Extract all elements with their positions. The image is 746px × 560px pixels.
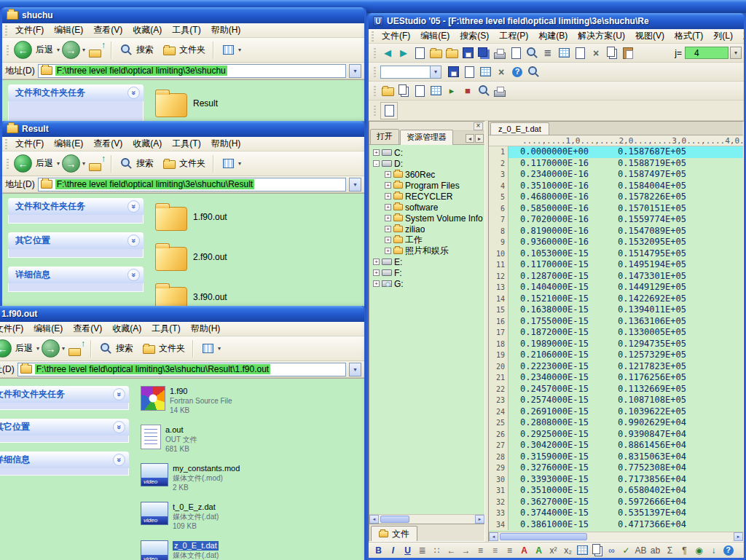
save-icon[interactable] [460,46,475,60]
editor-line[interactable]: 22 0.2457000E-150.1132669E+05 [489,384,743,395]
build-icon[interactable] [428,84,443,98]
editor-line[interactable]: 29 0.3276000E-150.7752308E+04 [489,462,743,474]
back-icon[interactable]: ◀ [380,46,395,60]
editor-line[interactable]: 26 0.2925000E-150.9390847E+04 [489,429,743,441]
function-list-icon[interactable] [478,65,492,79]
menu-item[interactable]: 搜索(S) [455,29,494,44]
toolbar-button[interactable] [382,103,396,118]
forward-button[interactable]: → [62,154,80,173]
close-icon[interactable]: × [474,122,483,130]
expand-toggle[interactable]: + [385,204,391,210]
tree-item[interactable]: + System Volume Info [369,213,484,224]
document-tab[interactable]: z_0_E_t.dat [490,122,549,135]
j-combo[interactable]: 4 [685,47,729,59]
menu-item[interactable]: 收藏(A) [107,322,146,336]
toolbar-grip[interactable] [374,86,376,96]
toolbar-grip[interactable] [5,25,7,36]
scrollbar-thumb[interactable] [500,533,587,540]
find-in-files-icon[interactable] [526,65,541,79]
address-dropdown[interactable]: ▾ [349,64,361,78]
tab-scroll-right-icon[interactable]: ▸ [475,134,484,143]
spellcheck-icon[interactable]: ✓ [619,543,633,557]
menu-item[interactable]: 文件(F) [10,23,49,38]
align-left-icon[interactable]: ≡ [474,543,487,557]
expand-toggle[interactable]: + [373,259,380,265]
indent-icon[interactable]: → [459,543,473,557]
menu-item[interactable]: 编辑(E) [49,137,88,151]
menu-item[interactable]: 编辑(E) [49,23,88,38]
toolbar-grip[interactable] [7,159,9,169]
toolbar-grip[interactable] [372,31,374,42]
forward-button[interactable]: → [42,339,60,358]
underline-icon[interactable]: U [401,543,415,557]
tree-item[interactable]: + F: [369,267,484,278]
table-icon[interactable] [576,543,589,557]
menu-item[interactable]: 收藏(A) [127,23,167,38]
expand-toggle[interactable]: - [373,160,380,167]
expand-toggle[interactable]: + [385,182,391,189]
forward-button[interactable]: → [62,41,80,59]
back-button[interactable]: ← 后退 ▾ [14,41,60,59]
file-item[interactable]: 1.f90 Fortran Source File 14 KB [141,386,257,419]
print-preview-icon[interactable] [509,46,523,60]
expand-toggle[interactable]: + [385,193,391,200]
tree-item[interactable]: + G: [369,278,484,289]
back-button[interactable]: ← 后退 ▾ [14,154,60,173]
menu-item[interactable]: 列(L) [708,29,738,44]
help-icon[interactable] [510,65,525,79]
lowercase-icon[interactable]: ab [648,543,662,557]
hyperlink-icon[interactable]: ∞ [605,543,619,557]
editor-line[interactable]: 16 0.1755000E-150.1363106E+05 [489,316,743,328]
collapse-chevron-icon[interactable] [113,454,125,466]
toolbar-grip[interactable] [374,67,376,77]
close-file-icon[interactable] [444,46,459,60]
editor-line[interactable]: 14 0.1521000E-150.1422692E+05 [489,293,743,305]
menu-item[interactable]: 工具(T) [146,322,185,336]
editor-line[interactable]: 2 0.1170000E-160.1588719E+05 [489,158,743,170]
up-button[interactable]: ↑ [87,154,106,173]
output-window-icon[interactable] [412,84,427,98]
views-button[interactable]: ▾ [218,42,244,59]
editor-line[interactable]: 9 0.9360000E-160.1532095E+05 [489,237,743,248]
paste-icon[interactable] [621,46,635,60]
collapse-chevron-icon[interactable] [113,388,125,401]
editor-line[interactable]: 19 0.2106000E-150.1257329E+05 [489,350,743,361]
align-center-icon[interactable]: ≡ [488,543,502,557]
bold-icon[interactable]: B [372,543,385,557]
forward-menu-arrow[interactable]: ▾ [82,47,85,53]
address-dropdown[interactable]: ▾ [349,178,361,192]
font-color-icon[interactable]: A [517,543,531,557]
editor-line[interactable]: 24 0.2691000E-150.1039622E+05 [489,406,743,418]
j-combo-arrow[interactable]: ▾ [730,47,742,59]
scrollbar-thumb[interactable] [380,516,409,523]
menu-item[interactable]: 编辑(E) [28,322,68,336]
quick-search-combo[interactable]: ▾ [380,66,441,79]
editor-line[interactable]: 8 0.8190000E-160.1547089E+05 [489,226,743,237]
grid-icon[interactable] [557,46,571,60]
editor-line[interactable]: 30 0.3393000E-150.7173856E+04 [489,474,743,486]
panel-hscrollbar[interactable]: ◂ ▸ [369,514,484,524]
menu-item[interactable]: 格式(T) [670,29,708,44]
paragraph-icon[interactable]: ¶ [678,543,691,557]
folders-button[interactable]: 文件夹 [138,340,188,358]
editor-line[interactable]: 12 0.1287000E-150.1473301E+05 [489,271,743,283]
editor-line[interactable]: 31 0.3510000E-150.6580402E+04 [489,485,743,497]
address-input[interactable]: F:\three level field\optical limiting\3e… [38,178,346,192]
toolbar-grip[interactable] [5,139,7,149]
image-icon[interactable] [590,543,604,557]
views-button[interactable]: ▾ [218,155,244,173]
editor-line[interactable]: 27 0.3042000E-150.8861456E+04 [489,440,743,451]
menu-item[interactable]: 查看(V) [68,322,107,336]
editor-line[interactable]: 13 0.1404000E-150.1449129E+05 [489,282,743,293]
expand-toggle[interactable]: + [373,149,380,156]
tasks-pane-header[interactable]: 文件和文件夹任务 [8,198,144,215]
scroll-right-icon[interactable]: ▸ [475,515,484,524]
file-item[interactable]: my_constants.mod 媒体文件(.mod) 2 KB [141,463,257,497]
outdent-icon[interactable]: ← [444,543,458,557]
debug-icon[interactable] [476,84,491,98]
collapse-chevron-icon[interactable] [113,421,125,433]
editor-line[interactable]: 6 0.5850000E-160.1570151E+05 [489,203,743,215]
editor-line[interactable]: 3 0.2340000E-160.1587497E+05 [489,169,743,181]
menu-item[interactable]: 查看(V) [88,137,127,151]
titlebar[interactable]: 1.f90.out [0,306,364,322]
